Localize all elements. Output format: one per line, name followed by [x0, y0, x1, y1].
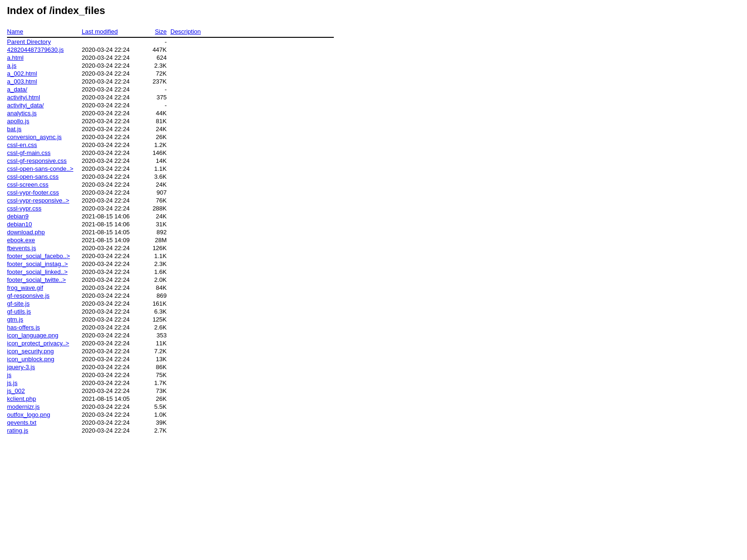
file-date-cell: 2020-03-24 22:24: [82, 371, 147, 379]
file-link[interactable]: bat.js: [7, 126, 21, 133]
table-row: gf-utils.js2020-03-24 22:246.3K: [7, 308, 334, 315]
file-link[interactable]: gf-utils.js: [7, 308, 31, 315]
file-link[interactable]: icon_unblock.png: [7, 356, 54, 363]
file-link[interactable]: js_002: [7, 387, 25, 394]
file-size-cell: 3.6K: [147, 173, 170, 181]
file-date-cell: 2020-03-24 22:24: [82, 323, 147, 331]
file-desc-cell: [170, 308, 334, 315]
file-link[interactable]: cssl-screen.css: [7, 181, 49, 188]
file-link[interactable]: a.html: [7, 54, 23, 61]
file-desc-cell: [170, 157, 334, 165]
file-link[interactable]: analytics.js: [7, 110, 37, 117]
file-link[interactable]: has-offers.js: [7, 324, 40, 331]
file-desc-cell: [170, 117, 334, 125]
col-name-link[interactable]: Name: [7, 28, 23, 35]
file-link[interactable]: download.php: [7, 229, 45, 236]
file-date-cell: 2020-03-24 22:24: [82, 252, 147, 260]
file-link[interactable]: rating.js: [7, 427, 28, 434]
file-link[interactable]: debian10: [7, 221, 32, 228]
file-link[interactable]: footer_social_facebo..>: [7, 252, 70, 259]
table-row: footer_social_instag..>2020-03-24 22:242…: [7, 260, 334, 268]
table-row: cssl-open-sans-conde..>2020-03-24 22:241…: [7, 165, 334, 173]
file-desc-cell: [170, 268, 334, 276]
file-desc-cell: [170, 141, 334, 149]
file-name-cell: a_003.html: [7, 77, 82, 85]
file-link[interactable]: outfox_logo.png: [7, 411, 50, 418]
file-name-cell: download.php: [7, 228, 82, 236]
table-body: Parent Directory-428204487379630.js2020-…: [7, 37, 334, 434]
file-link[interactable]: js: [7, 371, 11, 378]
table-row: debian102021-08-15 14:0631K: [7, 220, 334, 228]
col-desc-link[interactable]: Description: [170, 28, 201, 35]
file-name-cell: has-offers.js: [7, 323, 82, 331]
file-link[interactable]: debian9: [7, 213, 28, 220]
file-link[interactable]: cssl-vypr.css: [7, 205, 42, 212]
file-link[interactable]: apollo.js: [7, 118, 29, 125]
table-row: footer_social_linked..>2020-03-24 22:241…: [7, 268, 334, 276]
table-row: apollo.js2020-03-24 22:2481K: [7, 117, 334, 125]
file-link[interactable]: gf-site.js: [7, 300, 29, 307]
file-size-cell: 28M: [147, 236, 170, 244]
file-link[interactable]: a_003.html: [7, 78, 37, 85]
file-link[interactable]: frog_wave.gif: [7, 284, 43, 291]
file-link[interactable]: cssl-en.css: [7, 141, 37, 148]
file-link[interactable]: gf-responsive.js: [7, 292, 49, 299]
file-link[interactable]: cssl-gf-responsive.css: [7, 157, 67, 164]
file-desc-cell: [170, 355, 334, 363]
table-row: a_data/2020-03-24 22:24-: [7, 85, 334, 93]
table-row: download.php2021-08-15 14:05892: [7, 228, 334, 236]
file-name-cell: Parent Directory: [7, 37, 82, 46]
file-link[interactable]: footer_social_twitte..>: [7, 276, 66, 283]
file-link[interactable]: icon_protect_privacy..>: [7, 340, 69, 347]
file-link[interactable]: fbevents.js: [7, 245, 36, 252]
table-row: gf-site.js2020-03-24 22:24161K: [7, 300, 334, 308]
file-link[interactable]: cssl-open-sans.css: [7, 173, 59, 180]
file-link[interactable]: kclient.php: [7, 395, 36, 402]
file-size-cell: 31K: [147, 220, 170, 228]
file-link[interactable]: cssl-vypr-footer.css: [7, 189, 59, 196]
file-link[interactable]: icon_security.png: [7, 348, 54, 355]
file-name-cell: kclient.php: [7, 395, 82, 403]
file-link[interactable]: a_002.html: [7, 70, 37, 77]
file-link[interactable]: footer_social_instag..>: [7, 260, 68, 267]
file-link[interactable]: ebook.exe: [7, 237, 35, 244]
file-size-cell: 5.5K: [147, 403, 170, 411]
file-link[interactable]: icon_language.png: [7, 332, 58, 339]
file-desc-cell: [170, 54, 334, 62]
file-size-cell: 11K: [147, 339, 170, 347]
file-link[interactable]: cssl-gf-main.css: [7, 149, 50, 156]
file-size-cell: 1.2K: [147, 141, 170, 149]
file-link[interactable]: js.js: [7, 379, 17, 386]
parent-directory-link[interactable]: Parent Directory: [7, 38, 51, 45]
file-link[interactable]: cssl-open-sans-conde..>: [7, 165, 73, 172]
file-desc-cell: [170, 77, 334, 85]
file-link[interactable]: jquery-3.js: [7, 364, 35, 371]
file-link[interactable]: activityi.html: [7, 94, 40, 101]
file-link[interactable]: footer_social_linked..>: [7, 268, 68, 275]
file-date-cell: 2020-03-24 22:24: [82, 260, 147, 268]
file-link[interactable]: modernizr.js: [7, 403, 40, 410]
file-size-cell: 44K: [147, 109, 170, 117]
file-date-cell: 2020-03-24 22:24: [82, 347, 147, 355]
file-link[interactable]: activityi_data/: [7, 102, 44, 109]
file-link[interactable]: 428204487379630.js: [7, 46, 63, 53]
file-desc-cell: [170, 212, 334, 220]
file-link[interactable]: gtm.js: [7, 316, 23, 323]
file-desc-cell: [170, 260, 334, 268]
file-date-cell: 2021-08-15 14:09: [82, 236, 147, 244]
file-link[interactable]: cssl-vypr-responsive..>: [7, 197, 69, 204]
file-date-cell: 2020-03-24 22:24: [82, 308, 147, 315]
file-link[interactable]: qevents.txt: [7, 419, 36, 426]
file-name-cell: icon_unblock.png: [7, 355, 82, 363]
file-name-cell: activityi_data/: [7, 101, 82, 109]
file-desc-cell: [170, 403, 334, 411]
file-size-cell: 2.0K: [147, 276, 170, 284]
file-link[interactable]: a_data/: [7, 86, 27, 93]
col-date-link[interactable]: Last modified: [82, 28, 118, 35]
file-link[interactable]: a.js: [7, 62, 16, 69]
file-link[interactable]: conversion_async.js: [7, 133, 62, 140]
file-date-cell: 2020-03-24 22:24: [82, 70, 147, 77]
col-size-link[interactable]: Size: [155, 28, 167, 35]
file-desc-cell: [170, 379, 334, 387]
table-row: icon_protect_privacy..>2020-03-24 22:241…: [7, 339, 334, 347]
